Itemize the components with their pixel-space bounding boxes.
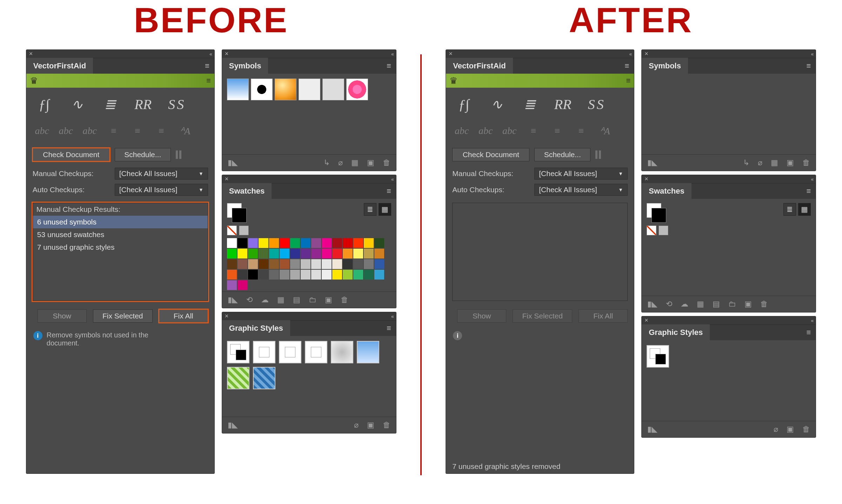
swatch[interactable] (248, 249, 258, 258)
swatch[interactable] (322, 249, 332, 258)
swatch[interactable] (343, 249, 353, 258)
new-icon[interactable]: ▣ (787, 425, 794, 434)
swatch[interactable] (332, 259, 342, 269)
swatch[interactable] (227, 270, 237, 280)
swatch[interactable] (238, 238, 247, 248)
panel-menu-icon[interactable]: ≡ (801, 61, 816, 70)
swatch[interactable] (374, 270, 384, 280)
text-tool-2-icon[interactable]: abc (477, 123, 494, 139)
symbol-gradient[interactable] (227, 79, 249, 100)
registration-swatch[interactable] (659, 226, 668, 235)
swatch[interactable] (238, 249, 247, 258)
close-icon[interactable]: × (222, 50, 232, 58)
tab-symbols[interactable]: Symbols (222, 58, 268, 74)
brand-menu-icon[interactable]: ≡ (626, 76, 630, 85)
symbol-orb[interactable] (275, 79, 296, 100)
swatch[interactable] (311, 238, 321, 248)
swatch[interactable] (248, 238, 258, 248)
manual-checkups-dropdown[interactable]: [Check All Issues]▼ (534, 168, 628, 180)
close-icon[interactable]: × (446, 50, 455, 58)
swatch[interactable] (374, 249, 384, 258)
options-icon[interactable]: ▦ (771, 158, 778, 167)
pause-icon[interactable] (595, 150, 606, 159)
result-item[interactable]: 6 unused symbols (33, 216, 208, 228)
close-icon[interactable]: × (642, 50, 651, 58)
tab-graphic-styles[interactable]: Graphic Styles (642, 324, 710, 341)
close-icon[interactable]: × (642, 175, 651, 183)
stroke-swatch[interactable] (651, 208, 666, 223)
panel-menu-icon[interactable]: ≡ (620, 61, 634, 70)
collapse-icon[interactable]: « (809, 318, 816, 323)
library-icon[interactable]: ▮◣ (647, 425, 657, 434)
text-tool-1-icon[interactable]: abc (454, 123, 470, 139)
swatch[interactable] (364, 259, 374, 269)
tool-paths-icon[interactable]: ƒ∫ (34, 94, 54, 114)
text-tool-2-icon[interactable]: abc (58, 123, 74, 139)
fix-all-button[interactable]: Fix All (579, 309, 628, 323)
folder-icon[interactable]: 🗀 (309, 295, 316, 304)
swatch[interactable] (301, 270, 310, 280)
tab-symbols[interactable]: Symbols (642, 58, 688, 74)
graphic-style-default[interactable] (227, 341, 249, 363)
options-icon[interactable]: ▦ (277, 295, 285, 304)
swatch[interactable] (343, 238, 353, 248)
graphic-style-box-nudge[interactable] (253, 341, 275, 363)
swatch[interactable] (311, 249, 321, 258)
swatch[interactable] (353, 270, 363, 280)
swatch[interactable] (269, 259, 279, 269)
panel-menu-icon[interactable]: ≡ (382, 324, 396, 333)
swatch[interactable] (280, 249, 289, 258)
brand-menu-icon[interactable]: ≡ (206, 76, 211, 85)
panel-menu-icon[interactable]: ≡ (801, 187, 816, 196)
swatch[interactable] (311, 259, 321, 269)
tab-swatches[interactable]: Swatches (222, 183, 272, 199)
text-tool-1-icon[interactable]: abc (34, 123, 50, 139)
manual-checkups-dropdown[interactable]: [Check All Issues] ▼ (115, 168, 208, 180)
tool-align-icon[interactable]: ≣ (100, 94, 120, 114)
swatch[interactable] (374, 238, 384, 248)
swatch[interactable] (353, 259, 363, 269)
break-link-icon[interactable]: ⌀ (758, 158, 762, 167)
none-swatch[interactable] (647, 226, 656, 235)
cloud-icon[interactable]: ☁ (681, 300, 688, 309)
dist-2-icon[interactable]: ≡ (129, 123, 146, 139)
pause-icon[interactable] (176, 150, 186, 159)
fix-selected-button[interactable]: Fix Selected (513, 309, 572, 323)
panel-menu-icon[interactable]: ≡ (200, 61, 214, 70)
type-scale-icon[interactable]: ᴬA (177, 123, 193, 139)
swatch[interactable] (290, 249, 300, 258)
result-item[interactable]: 53 unused swatches (33, 228, 208, 241)
dist-1-icon[interactable]: ≡ (525, 123, 541, 139)
symbol-flower[interactable] (346, 79, 368, 100)
swatch[interactable] (238, 259, 247, 269)
symbol-spiro[interactable] (322, 79, 344, 100)
swatch[interactable] (238, 270, 247, 280)
library-icon[interactable]: ▮◣ (647, 300, 657, 309)
place-icon[interactable]: ↳ (323, 158, 330, 167)
graphic-style-plain[interactable] (279, 341, 301, 363)
break-link-icon[interactable]: ⌀ (354, 421, 359, 430)
swatch[interactable] (269, 270, 279, 280)
none-swatch[interactable] (227, 226, 237, 235)
text-tool-3-icon[interactable]: abc (82, 123, 98, 139)
swatch[interactable] (301, 249, 310, 258)
cloud-icon[interactable]: ☁ (261, 295, 269, 304)
swatch[interactable] (374, 259, 384, 269)
auto-checkups-dropdown[interactable]: [Check All Issues]▼ (534, 184, 628, 196)
new-icon[interactable]: ▣ (325, 295, 332, 304)
swatch[interactable] (259, 249, 268, 258)
trash-icon[interactable]: 🗑 (383, 158, 390, 167)
swatch[interactable] (301, 259, 310, 269)
dist-1-icon[interactable]: ≡ (106, 123, 122, 139)
new-icon[interactable]: ▣ (744, 300, 752, 309)
tool-ss-icon[interactable]: S S (166, 94, 186, 114)
swatch[interactable] (227, 259, 237, 269)
graphic-style-blue-grad[interactable] (357, 341, 379, 363)
show-button[interactable]: Show (38, 309, 87, 323)
swatch[interactable] (259, 270, 268, 280)
stroke-swatch[interactable] (232, 208, 247, 223)
swatch[interactable] (332, 238, 342, 248)
close-icon[interactable]: × (642, 317, 651, 324)
swatch[interactable] (227, 238, 237, 248)
swatch[interactable] (280, 270, 289, 280)
